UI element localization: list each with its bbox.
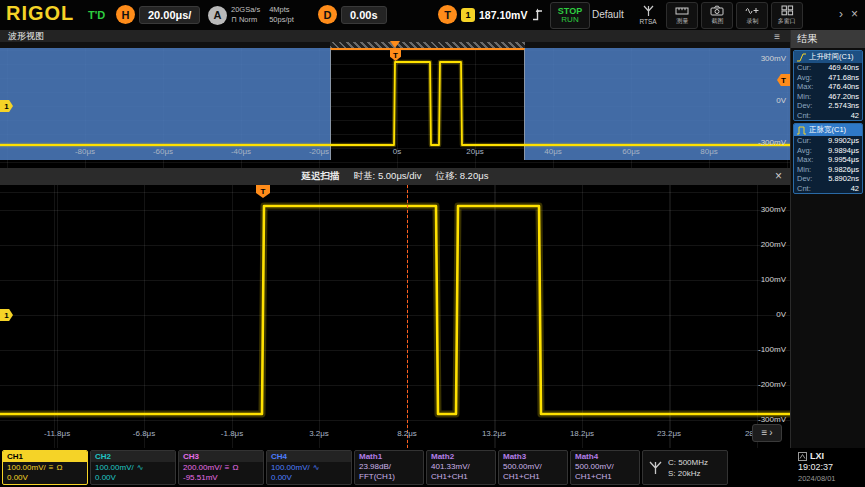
time-label: 23.2μs (646, 429, 692, 438)
rising-edge-icon (531, 7, 544, 23)
screenshot-label: 截图 (711, 17, 723, 25)
trigger-knob[interactable]: T (438, 5, 457, 24)
zoom-offset[interactable]: 位移: 8.20μs (435, 170, 488, 183)
delay-value[interactable]: 0.00s (341, 6, 387, 24)
zoom-timebase[interactable]: 时基: 5.00μs/div (354, 170, 422, 183)
math3-status-block[interactable]: Math3 500.00mV/ CH1+CH1 (498, 450, 568, 485)
time-label: 18.2μs (559, 429, 605, 438)
ch2-scale: 100.00mV/ (95, 463, 134, 472)
waveform-record-icon (745, 5, 759, 16)
default-button[interactable]: Default (592, 9, 624, 20)
stat-value: 9.9902μs (828, 136, 859, 146)
ch1-status-block[interactable]: CH1 100.00mV/≡Ω 0.00V (2, 450, 88, 485)
multi-window-tool-button[interactable]: 多窗口 (771, 2, 803, 29)
volt-label: -100mV (740, 345, 786, 355)
measure-label: 测量 (676, 17, 688, 25)
rigol-logo: RIGOL (6, 2, 74, 25)
stat-value: 9.9826μs (828, 165, 859, 175)
math1-scale: 23.98dB/ (359, 462, 419, 472)
chevron-right-icon[interactable]: › (839, 7, 843, 21)
math2-status-block[interactable]: Math2 401.33mV/ CH1+CH1 (426, 450, 496, 485)
stat-value: 2.5743ns (828, 101, 859, 111)
overview-volt-label: 300mV (740, 54, 786, 64)
timebase-value[interactable]: 20.00μs/ (139, 6, 200, 24)
trigger-group: T 1 187.10mV (438, 5, 544, 24)
screenshot-tool-button[interactable]: 截图 (701, 2, 733, 29)
math1-label: Math1 (359, 452, 419, 462)
math4-function: CH1+CH1 (575, 472, 635, 482)
ch3-status-block[interactable]: CH3 200.00mV/≡Ω -95.51mV (178, 450, 264, 485)
ch4-status-block[interactable]: CH4 100.00mV/∿ 0.00V (266, 450, 352, 485)
ch1-label: CH1 (3, 451, 87, 462)
stat-value: 42 (851, 111, 859, 121)
stat-key: Dev: (797, 101, 812, 111)
stat-value: 9.9954μs (828, 155, 859, 165)
stat-value: 471.68ns (828, 73, 859, 83)
toolbar-quick-icons: 测量 截图 录制 (666, 2, 803, 29)
zoom-offset-cursor[interactable] (407, 185, 408, 448)
overview-time-label: 40μs (530, 147, 576, 156)
measure-tool-button[interactable]: 测量 (666, 2, 698, 29)
rtsa-status-block[interactable]: C: 500MHz S: 20kHz (642, 450, 728, 485)
math2-label: Math2 (431, 452, 491, 462)
ch1-overview-trace (0, 48, 790, 160)
math4-label: Math4 (575, 452, 635, 462)
time-label: -6.8μs (121, 429, 167, 438)
stat-key: Min: (797, 165, 811, 175)
zoom-timebase-label: 时基: (354, 170, 376, 181)
record-tool-button[interactable]: 录制 (736, 2, 768, 29)
math4-status-block[interactable]: Math4 500.00mV/ CH1+CH1 (570, 450, 640, 485)
ch4-offset: 0.00V (271, 473, 347, 483)
measurement-name: 上升时间(C1) (809, 52, 854, 62)
trigger-position-marker-icon[interactable] (390, 41, 400, 48)
horizontal-group: H 20.00μs/ (116, 5, 200, 24)
measurement-name: 正脉宽(C1) (809, 125, 846, 135)
zoom-offset-value: 8.20μs (460, 170, 489, 181)
ac-coupling-icon: ∿ (313, 463, 320, 472)
top-toolbar: RIGOL T'D H 20.00μs/ A 20GSa/s 4Mpts ⊓ N… (0, 0, 865, 30)
waveform-view-title: 波形视图 (8, 30, 44, 43)
lxi-status-block[interactable]: LXI 19:02:37 2024/08/01 (792, 450, 863, 485)
overview-waveform-view[interactable]: T 1 T -80μs -60μs -40μs -20μs 0s 20μs 40… (0, 48, 790, 168)
time-label: -1.8μs (209, 429, 255, 438)
collapse-panel-button[interactable]: ≡› (752, 424, 782, 442)
stat-key: Cur: (797, 136, 811, 146)
rtsa-center-freq: C: 500MHz (668, 457, 708, 468)
close-icon[interactable]: × (851, 7, 858, 21)
horizontal-knob[interactable]: H (116, 5, 135, 24)
overview-time-label: -40μs (218, 147, 264, 156)
ch2-status-block[interactable]: CH2 100.00mV/∿ 0.00V (90, 450, 176, 485)
stat-value: 42 (851, 184, 859, 194)
stat-key: Min: (797, 92, 811, 102)
overview-volt-label: 0V (740, 96, 786, 106)
close-zoom-icon[interactable]: × (775, 169, 782, 183)
memory-depth: 4Mpts (269, 5, 294, 15)
trigger-source-badge[interactable]: 1 (461, 8, 475, 22)
measurement-card-pos-width[interactable]: 正脉宽(C1) Cur:9.9902μs Avg:9.9894μs Max:9.… (793, 123, 863, 194)
math4-scale: 500.00mV/ (575, 462, 635, 472)
view-menu-icon[interactable]: ≡ (774, 31, 780, 42)
math1-status-block[interactable]: Math1 23.98dB/ FFT(CH1) (354, 450, 424, 485)
dc-coupling-icon: ≡ (49, 463, 54, 472)
impedance-icon: Ω (232, 463, 238, 472)
oscilloscope-screen: RIGOL T'D H 20.00μs/ A 20GSa/s 4Mpts ⊓ N… (0, 0, 865, 487)
run-stop-button[interactable]: STOP RUN (550, 2, 590, 29)
overview-time-label: -80μs (62, 147, 108, 156)
run-label: RUN (561, 16, 578, 24)
measurement-card-rise-time[interactable]: 上升时间(C1) Cur:469.40ns Avg:471.68ns Max:4… (793, 50, 863, 121)
acquire-knob[interactable]: A (208, 6, 227, 25)
rtsa-button[interactable]: RTSA (634, 2, 662, 27)
stat-value: 5.8902ns (828, 174, 859, 184)
delay-knob[interactable]: D (318, 5, 337, 24)
delay-group: D 0.00s (318, 5, 387, 24)
measure-icon (675, 5, 689, 16)
stat-value: 469.40ns (828, 63, 859, 73)
time-label: 3.2μs (296, 429, 342, 438)
results-panel-header: 结果 (791, 30, 865, 48)
trigger-level-value[interactable]: 187.10mV (479, 9, 527, 21)
main-waveform-view[interactable]: T 1 300mV 200mV 100mV 0V -100mV -200mV -… (0, 185, 790, 448)
ch1-scale: 100.00mV/ (7, 463, 46, 472)
rise-time-icon (796, 53, 807, 62)
overview-time-label: 60μs (608, 147, 654, 156)
acquire-info[interactable]: 20GSa/s 4Mpts ⊓ Norm 50ps/pt (231, 5, 294, 25)
